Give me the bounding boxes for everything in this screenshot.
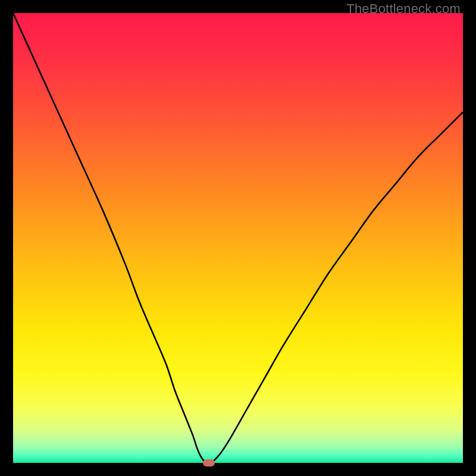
watermark-text: TheBottleneck.com (346, 1, 461, 17)
plot-frame (13, 13, 463, 463)
curve-layer (13, 13, 463, 463)
optimal-marker (203, 459, 215, 466)
bottleneck-curve (13, 13, 463, 463)
